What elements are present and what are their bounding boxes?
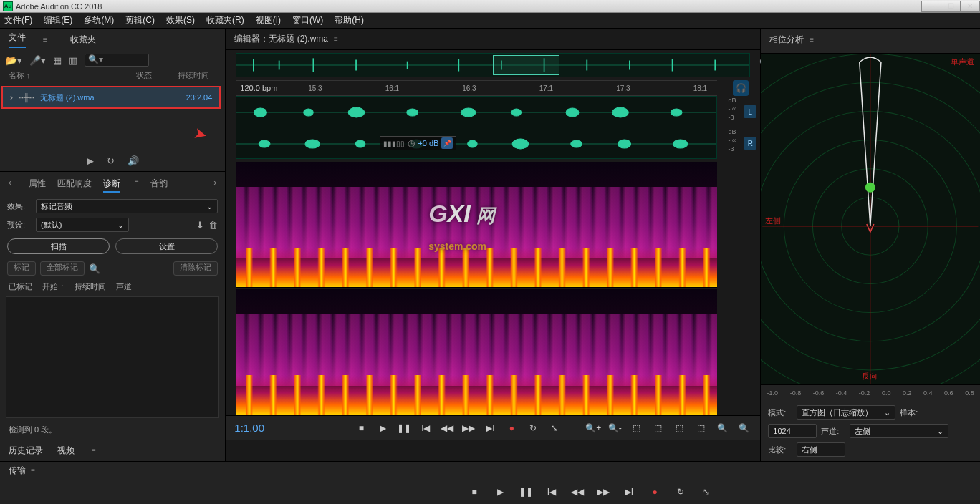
menu-view[interactable]: 视图(I) <box>256 14 281 26</box>
record-button[interactable]: ● <box>647 484 663 500</box>
col-status[interactable]: 状态 <box>136 70 172 84</box>
zoom-out-point-button[interactable]: ⬚ <box>693 420 708 436</box>
loop-button[interactable]: ↻ <box>673 484 688 500</box>
menu-help[interactable]: 帮助(H) <box>335 14 364 26</box>
open-folder-icon[interactable]: 📂▾ <box>6 55 22 66</box>
menu-multitrack[interactable]: 多轨(M) <box>84 14 114 26</box>
tab-video[interactable]: 视频 <box>57 445 75 457</box>
list-icon[interactable]: ▥ <box>69 55 77 66</box>
channel-l-badge[interactable]: L <box>744 105 756 118</box>
menu-icon[interactable]: ≡ <box>810 36 814 44</box>
zoom-out-button[interactable]: 🔍- <box>607 420 623 436</box>
menu-window[interactable]: 窗口(W) <box>292 14 323 26</box>
menu-icon[interactable]: ≡ <box>92 447 96 455</box>
menu-clip[interactable]: 剪辑(C) <box>125 14 155 26</box>
save-preset-icon[interactable]: ⬇ <box>196 220 204 231</box>
time-ruler[interactable]: 120.0 bpm 15:3 16:1 16:3 17:1 17:3 18:1 … <box>236 80 717 96</box>
stop-button[interactable]: ■ <box>353 420 369 436</box>
sample-select[interactable]: 1024 <box>768 424 817 438</box>
hud-pin-icon[interactable]: 📌 <box>441 137 453 149</box>
waveform-display[interactable]: dB- ∞-3 L dB- ∞-3 R ▮▮▮▯▯ ◷ +0 dB 📌 <box>236 96 717 159</box>
maximize-button[interactable]: ☐ <box>941 1 961 12</box>
stop-button[interactable]: ■ <box>466 484 482 500</box>
waveform-hud[interactable]: ▮▮▮▯▯ ◷ +0 dB 📌 <box>380 136 456 150</box>
tab-attributes[interactable]: 属性 <box>29 178 46 193</box>
compare-select[interactable]: 右侧 <box>797 442 845 457</box>
close-button[interactable]: ✕ <box>960 1 980 12</box>
spectrogram-l[interactable]: Hz10k6k2k1k GXI 网 system.com <box>236 162 717 288</box>
menu-edit[interactable]: 编辑(E) <box>44 14 72 26</box>
skip-end-button[interactable]: ▶I <box>621 484 637 500</box>
skip-start-button[interactable]: I◀ <box>544 484 559 500</box>
zoom-selection-button[interactable]: ⬚ <box>650 420 666 436</box>
channel-select[interactable]: 左侧⌄ <box>850 424 948 438</box>
overview-range[interactable] <box>493 55 559 76</box>
scan-button[interactable]: 扫描 <box>7 238 110 254</box>
snap-icon[interactable]: 🎧 <box>733 80 749 96</box>
settings-button[interactable]: 设置 <box>115 238 218 254</box>
menu-favorites[interactable]: 收藏夹(R) <box>206 14 244 26</box>
pause-button[interactable]: ❚❚ <box>518 484 534 500</box>
tab-phonetics[interactable]: 音韵 <box>150 178 168 193</box>
rewind-button[interactable]: ◀◀ <box>570 484 585 500</box>
menu-icon[interactable]: ≡ <box>135 178 139 193</box>
tab-diagnostics[interactable]: 诊断 <box>103 178 120 193</box>
loop-icon[interactable]: ↻ <box>107 155 115 166</box>
menu-icon[interactable]: ≡ <box>334 35 338 43</box>
col-marked[interactable]: 已标记 <box>9 281 32 292</box>
record-button[interactable]: ● <box>504 420 519 436</box>
spectrogram-area[interactable]: Hz10k6k2k1k GXI 网 system.com Hz10k6k2k1k <box>236 162 717 415</box>
hud-gain[interactable]: +0 dB <box>418 139 438 147</box>
clear-marks-button[interactable]: 清除标记 <box>173 261 218 276</box>
mode-select[interactable]: 直方图（日志缩放）⌄ <box>797 405 895 420</box>
delete-preset-icon[interactable]: 🗑 <box>208 220 218 231</box>
play-button[interactable]: ▶ <box>492 484 508 500</box>
record-icon[interactable]: 🎤▾ <box>29 55 46 66</box>
scroll-right-icon[interactable]: › <box>213 178 216 188</box>
rewind-button[interactable]: ◀◀ <box>439 420 455 436</box>
timecode[interactable]: 1:1.00 <box>234 422 313 434</box>
menu-file[interactable]: 文件(F) <box>4 14 32 26</box>
search-input[interactable]: 🔍▾ <box>85 54 149 67</box>
mark-button[interactable]: 标记 <box>7 261 36 276</box>
menu-effects[interactable]: 效果(S) <box>166 14 195 26</box>
effect-select[interactable]: 标记音频⌄ <box>36 199 218 213</box>
col-duration[interactable]: 持续时间 <box>178 70 209 84</box>
file-row[interactable]: › ┅╫┅ 无标题 (2).wma 23:2.04 <box>1 86 221 109</box>
channel-r-badge[interactable]: R <box>744 137 756 150</box>
zoom-full-button[interactable]: ⬚ <box>628 420 644 436</box>
diagnostics-list[interactable] <box>6 296 219 418</box>
pause-button[interactable]: ❚❚ <box>396 420 412 436</box>
col-start[interactable]: 开始 ↑ <box>42 281 64 292</box>
minimize-button[interactable]: ─ <box>921 1 941 12</box>
menu-icon[interactable]: ≡ <box>43 36 47 44</box>
tab-history[interactable]: 历史记录 <box>9 445 43 457</box>
col-name[interactable]: 名称 ↑ <box>9 70 130 84</box>
forward-button[interactable]: ▶▶ <box>461 420 476 436</box>
forward-button[interactable]: ▶▶ <box>595 484 611 500</box>
zoom-in-point-button[interactable]: ⬚ <box>671 420 687 436</box>
autoplay-icon[interactable]: 🔊 <box>128 155 139 166</box>
chevron-right-icon[interactable]: › <box>10 92 13 102</box>
search-icon[interactable]: 🔍 <box>89 263 100 274</box>
skip-selection-button[interactable]: ⤡ <box>547 420 562 436</box>
spectrogram-r[interactable]: Hz10k6k2k1k <box>236 289 717 415</box>
play-button[interactable]: ▶ <box>375 420 390 436</box>
mark-all-button[interactable]: 全部标记 <box>40 261 85 276</box>
tab-favorites[interactable]: 收藏夹 <box>70 34 96 46</box>
zoom-in-button[interactable]: 🔍+ <box>585 420 601 436</box>
col-channel[interactable]: 声道 <box>116 281 132 292</box>
tab-files[interactable]: 文件 <box>9 32 26 48</box>
menu-icon[interactable]: ≡ <box>31 467 35 475</box>
loop-button[interactable]: ↻ <box>525 420 541 436</box>
col-duration[interactable]: 持续时间 <box>75 281 106 292</box>
tab-match-loudness[interactable]: 匹配响度 <box>57 178 92 193</box>
overview-waveform[interactable]: 🔍 ≡ <box>236 53 750 77</box>
preset-select[interactable]: (默认)⌄ <box>36 218 129 232</box>
zoom-amplitude-button[interactable]: 🔍 <box>714 420 730 436</box>
phase-scope[interactable]: 单声道 左侧 反向 <box>761 53 980 385</box>
bpm-display[interactable]: 120.0 bpm <box>240 84 277 92</box>
skip-selection-button[interactable]: ⤡ <box>698 484 714 500</box>
zoom-reset-button[interactable]: 🔍 <box>736 420 751 436</box>
scroll-left-icon[interactable]: ‹ <box>9 178 11 188</box>
